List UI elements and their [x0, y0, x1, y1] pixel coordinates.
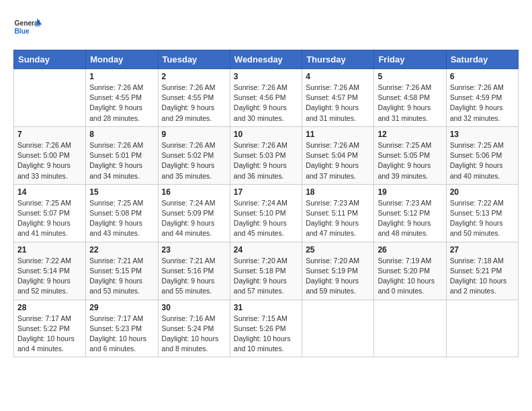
day-info: Sunrise: 7:26 AM Sunset: 4:58 PM Dayligh… [378, 83, 442, 124]
calendar-cell: 7Sunrise: 7:26 AM Sunset: 5:00 PM Daylig… [14, 126, 86, 184]
day-number: 24 [234, 245, 298, 255]
day-number: 25 [306, 245, 370, 255]
calendar-cell: 25Sunrise: 7:20 AM Sunset: 5:19 PM Dayli… [302, 242, 374, 300]
day-number: 21 [17, 245, 82, 255]
day-info: Sunrise: 7:18 AM Sunset: 5:21 PM Dayligh… [450, 256, 515, 297]
day-info: Sunrise: 7:25 AM Sunset: 5:07 PM Dayligh… [17, 198, 82, 239]
calendar-cell: 1Sunrise: 7:26 AM Sunset: 4:55 PM Daylig… [86, 69, 158, 127]
day-info: Sunrise: 7:26 AM Sunset: 5:04 PM Dayligh… [306, 140, 370, 181]
calendar-week-1: 1Sunrise: 7:26 AM Sunset: 4:55 PM Daylig… [14, 69, 519, 127]
day-info: Sunrise: 7:26 AM Sunset: 4:55 PM Dayligh… [89, 83, 154, 124]
calendar-cell: 12Sunrise: 7:25 AM Sunset: 5:05 PM Dayli… [374, 126, 446, 184]
calendar-cell: 4Sunrise: 7:26 AM Sunset: 4:57 PM Daylig… [302, 69, 374, 127]
calendar-cell: 24Sunrise: 7:20 AM Sunset: 5:18 PM Dayli… [230, 242, 302, 300]
day-number: 15 [89, 187, 154, 197]
day-info: Sunrise: 7:20 AM Sunset: 5:18 PM Dayligh… [234, 256, 298, 297]
day-number: 14 [17, 187, 82, 197]
day-info: Sunrise: 7:22 AM Sunset: 5:14 PM Dayligh… [17, 256, 82, 297]
day-number: 5 [378, 72, 442, 81]
day-number: 19 [378, 187, 442, 197]
day-info: Sunrise: 7:16 AM Sunset: 5:24 PM Dayligh… [162, 314, 226, 355]
day-info: Sunrise: 7:26 AM Sunset: 5:01 PM Dayligh… [89, 140, 154, 181]
calendar-week-5: 28Sunrise: 7:17 AM Sunset: 5:22 PM Dayli… [14, 300, 519, 357]
day-number: 1 [89, 72, 154, 81]
calendar-week-3: 14Sunrise: 7:25 AM Sunset: 5:07 PM Dayli… [14, 184, 519, 242]
calendar-cell: 16Sunrise: 7:24 AM Sunset: 5:09 PM Dayli… [158, 184, 230, 242]
day-number: 11 [306, 130, 370, 139]
day-number: 7 [17, 130, 82, 139]
calendar-cell: 10Sunrise: 7:26 AM Sunset: 5:03 PM Dayli… [230, 126, 302, 184]
day-info: Sunrise: 7:20 AM Sunset: 5:19 PM Dayligh… [306, 256, 370, 297]
day-info: Sunrise: 7:26 AM Sunset: 4:59 PM Dayligh… [450, 83, 515, 124]
day-header-sunday: Sunday [14, 50, 86, 69]
calendar-cell: 30Sunrise: 7:16 AM Sunset: 5:24 PM Dayli… [158, 300, 230, 357]
day-number: 13 [450, 130, 515, 139]
calendar-cell: 13Sunrise: 7:25 AM Sunset: 5:06 PM Dayli… [446, 126, 518, 184]
calendar-cell [446, 300, 518, 357]
day-info: Sunrise: 7:26 AM Sunset: 4:56 PM Dayligh… [234, 83, 298, 124]
calendar-cell: 18Sunrise: 7:23 AM Sunset: 5:11 PM Dayli… [302, 184, 374, 242]
calendar-cell: 2Sunrise: 7:26 AM Sunset: 4:55 PM Daylig… [158, 69, 230, 127]
day-info: Sunrise: 7:26 AM Sunset: 5:03 PM Dayligh… [234, 140, 298, 181]
calendar-cell [14, 69, 86, 127]
day-number: 18 [306, 187, 370, 197]
day-number: 4 [306, 72, 370, 81]
calendar-cell: 27Sunrise: 7:18 AM Sunset: 5:21 PM Dayli… [446, 242, 518, 300]
day-header-saturday: Saturday [446, 50, 518, 69]
day-info: Sunrise: 7:21 AM Sunset: 5:16 PM Dayligh… [162, 256, 226, 297]
day-info: Sunrise: 7:26 AM Sunset: 5:02 PM Dayligh… [162, 140, 226, 181]
calendar-cell: 29Sunrise: 7:17 AM Sunset: 5:23 PM Dayli… [86, 300, 158, 357]
day-number: 12 [378, 130, 442, 139]
day-header-wednesday: Wednesday [230, 50, 302, 69]
calendar-cell: 6Sunrise: 7:26 AM Sunset: 4:59 PM Daylig… [446, 69, 518, 127]
calendar-cell: 15Sunrise: 7:25 AM Sunset: 5:08 PM Dayli… [86, 184, 158, 242]
day-header-friday: Friday [374, 50, 446, 69]
day-header-tuesday: Tuesday [158, 50, 230, 69]
calendar-cell: 11Sunrise: 7:26 AM Sunset: 5:04 PM Dayli… [302, 126, 374, 184]
day-info: Sunrise: 7:15 AM Sunset: 5:26 PM Dayligh… [234, 314, 298, 355]
calendar-header-row: SundayMondayTuesdayWednesdayThursdayFrid… [14, 50, 519, 69]
day-info: Sunrise: 7:22 AM Sunset: 5:13 PM Dayligh… [450, 198, 515, 239]
day-number: 31 [234, 303, 298, 312]
page-header: General Blue [13, 13, 519, 43]
day-info: Sunrise: 7:25 AM Sunset: 5:06 PM Dayligh… [450, 140, 515, 181]
day-number: 6 [450, 72, 515, 81]
day-info: Sunrise: 7:21 AM Sunset: 5:15 PM Dayligh… [89, 256, 154, 297]
calendar-cell: 21Sunrise: 7:22 AM Sunset: 5:14 PM Dayli… [14, 242, 86, 300]
calendar-cell: 17Sunrise: 7:24 AM Sunset: 5:10 PM Dayli… [230, 184, 302, 242]
calendar-week-2: 7Sunrise: 7:26 AM Sunset: 5:00 PM Daylig… [14, 126, 519, 184]
calendar-cell: 28Sunrise: 7:17 AM Sunset: 5:22 PM Dayli… [14, 300, 86, 357]
day-number: 29 [89, 303, 154, 312]
svg-text:Blue: Blue [14, 28, 30, 35]
day-header-monday: Monday [86, 50, 158, 69]
day-number: 27 [450, 245, 515, 255]
day-number: 23 [162, 245, 226, 255]
day-number: 8 [89, 130, 154, 139]
day-number: 3 [234, 72, 298, 81]
day-info: Sunrise: 7:23 AM Sunset: 5:12 PM Dayligh… [378, 198, 442, 239]
day-info: Sunrise: 7:25 AM Sunset: 5:05 PM Dayligh… [378, 140, 442, 181]
day-number: 22 [89, 245, 154, 255]
calendar-cell: 22Sunrise: 7:21 AM Sunset: 5:15 PM Dayli… [86, 242, 158, 300]
calendar-cell: 20Sunrise: 7:22 AM Sunset: 5:13 PM Dayli… [446, 184, 518, 242]
calendar-cell: 3Sunrise: 7:26 AM Sunset: 4:56 PM Daylig… [230, 69, 302, 127]
calendar-cell: 14Sunrise: 7:25 AM Sunset: 5:07 PM Dayli… [14, 184, 86, 242]
calendar-cell: 23Sunrise: 7:21 AM Sunset: 5:16 PM Dayli… [158, 242, 230, 300]
calendar-cell: 9Sunrise: 7:26 AM Sunset: 5:02 PM Daylig… [158, 126, 230, 184]
day-info: Sunrise: 7:19 AM Sunset: 5:20 PM Dayligh… [378, 256, 442, 297]
day-header-thursday: Thursday [302, 50, 374, 69]
day-info: Sunrise: 7:17 AM Sunset: 5:22 PM Dayligh… [17, 314, 82, 355]
calendar-cell: 5Sunrise: 7:26 AM Sunset: 4:58 PM Daylig… [374, 69, 446, 127]
day-number: 9 [162, 130, 226, 139]
calendar-cell [374, 300, 446, 357]
calendar-week-4: 21Sunrise: 7:22 AM Sunset: 5:14 PM Dayli… [14, 242, 519, 300]
day-info: Sunrise: 7:25 AM Sunset: 5:08 PM Dayligh… [89, 198, 154, 239]
day-number: 10 [234, 130, 298, 139]
day-info: Sunrise: 7:17 AM Sunset: 5:23 PM Dayligh… [89, 314, 154, 355]
calendar-cell: 8Sunrise: 7:26 AM Sunset: 5:01 PM Daylig… [86, 126, 158, 184]
day-number: 30 [162, 303, 226, 312]
day-info: Sunrise: 7:26 AM Sunset: 4:55 PM Dayligh… [162, 83, 226, 124]
day-number: 26 [378, 245, 442, 255]
day-number: 28 [17, 303, 82, 312]
calendar-cell: 31Sunrise: 7:15 AM Sunset: 5:26 PM Dayli… [230, 300, 302, 357]
